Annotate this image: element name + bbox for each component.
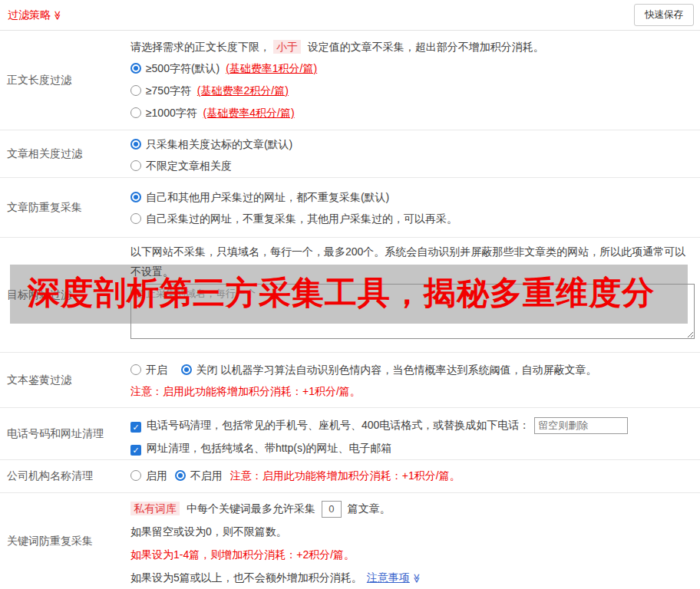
keyword-dedup-cost-note: 如果设为1-4篇，则增加积分消耗：+2积分/篇。 bbox=[130, 543, 695, 566]
radio-option-disable[interactable]: 关闭 bbox=[181, 364, 221, 376]
radio-option-enable[interactable]: 启用 bbox=[130, 469, 167, 483]
radio-option-global-dedup[interactable]: 自己和其他用户采集过的网址，都不重复采集(默认) bbox=[130, 186, 695, 208]
row-label: 公司机构名称清理 bbox=[0, 460, 130, 492]
radio-selected-icon[interactable] bbox=[130, 139, 141, 150]
page-header: 过滤策略 ≫ 快速保存 bbox=[0, 0, 700, 31]
row-content: 自己和其他用户采集过的网址，都不重复采集(默认) 自己采集过的网址，不重复采集，… bbox=[130, 178, 700, 237]
radio-selected-icon[interactable] bbox=[130, 63, 141, 74]
radio-selected-icon[interactable] bbox=[175, 470, 186, 481]
row-label: 文章相关度过滤 bbox=[0, 130, 130, 177]
radio-option-1000-chars[interactable]: ≥1000字符 (基础费率4积分/篇) bbox=[130, 102, 695, 124]
radio-unselected-icon[interactable] bbox=[130, 107, 141, 118]
row-content: 请选择需求的正文长度下限， 小于 设定值的文章不采集，超出部分不增加积分消耗。 … bbox=[130, 31, 700, 130]
row-keyword-dedup: 关键词防重复采集 私有词库 中每个关键词最多允许采集 篇文章。 如果留空或设为0… bbox=[0, 493, 700, 589]
site-filter-description: 以下网站不采集，只填域名，每行一个，最多200个。系统会自动识别并屏蔽那些非文章… bbox=[130, 242, 695, 281]
row-label: 正文长度过滤 bbox=[0, 31, 130, 130]
row-dedup-filter: 文章防重复采集 自己和其他用户采集过的网址，都不重复采集(默认) 自己采集过的网… bbox=[0, 178, 700, 238]
radio-unselected-icon[interactable] bbox=[130, 213, 141, 224]
radio-option-no-relevance-limit[interactable]: 不限定文章相关度 bbox=[130, 155, 695, 176]
filter-strategy-page: 过滤策略 ≫ 快速保存 正文长度过滤 请选择需求的正文长度下限， 小于 设定值的… bbox=[0, 0, 700, 589]
row-site-filter: 目标网站过滤 以下网站不采集，只填域名，每行一个，最多200个。系统会自动识别并… bbox=[0, 238, 700, 353]
row-label: 文章防重复采集 bbox=[0, 178, 130, 237]
keyword-dedup-note-zero: 如果留空或设为0，则不限篇数。 bbox=[130, 520, 695, 543]
checkbox-phone-clean[interactable]: ✓ 电话号码清理，包括常见的手机号、座机号、400电话格式，或替换成如下电话： bbox=[130, 419, 533, 431]
double-down-chevron-icon: ≫ bbox=[412, 574, 421, 584]
row-content: 只采集相关度达标的文章(默认) 不限定文章相关度 bbox=[130, 130, 700, 177]
radio-unselected-icon[interactable] bbox=[130, 160, 141, 171]
row-label: 目标网站过滤 bbox=[0, 238, 130, 352]
row-relevance-filter: 文章相关度过滤 只采集相关度达标的文章(默认) 不限定文章相关度 bbox=[0, 130, 700, 178]
radio-option-disable[interactable]: 不启用 bbox=[175, 469, 223, 483]
private-thesaurus-highlight: 私有词库 bbox=[130, 502, 180, 515]
radio-option-enable[interactable]: 开启 bbox=[130, 364, 170, 376]
radio-selected-icon[interactable] bbox=[181, 364, 192, 375]
notice-link[interactable]: 注意事项≫ bbox=[367, 571, 422, 584]
fee-note: (基础费率1积分/篇) bbox=[226, 62, 317, 74]
row-content: 私有词库 中每个关键词最多允许采集 篇文章。 如果留空或设为0，则不限篇数。 如… bbox=[130, 493, 700, 589]
radio-unselected-icon[interactable] bbox=[130, 85, 141, 96]
fee-note: (基础费率2积分/篇) bbox=[197, 84, 289, 97]
less-than-highlight: 小于 bbox=[273, 40, 301, 54]
double-down-chevron-icon: ≫ bbox=[53, 10, 62, 20]
row-content: 以下网站不采集，只填域名，每行一个，最多200个。系统会自动识别并屏蔽那些非文章… bbox=[130, 238, 700, 352]
radio-option-500-chars[interactable]: ≥500字符(默认) (基础费率1积分/篇) bbox=[130, 58, 695, 80]
page-title: 过滤策略 bbox=[8, 8, 51, 22]
company-clean-cost-note: 注意：启用此功能将增加积分消耗：+1积分/篇。 bbox=[230, 469, 461, 483]
radio-option-750-chars[interactable]: ≥750字符 (基础费率2积分/篇) bbox=[130, 80, 695, 102]
row-label: 文本鉴黄过滤 bbox=[0, 353, 130, 407]
row-content: 开启 关闭 以机器学习算法自动识别色情内容，当色情概率达到系统阈值，自动屏蔽文章… bbox=[130, 353, 700, 407]
row-phone-url-clean: 电话号码和网址清理 ✓ 电话号码清理，包括常见的手机号、座机号、400电话格式，… bbox=[0, 408, 700, 460]
row-length-filter: 正文长度过滤 请选择需求的正文长度下限， 小于 设定值的文章不采集，超出部分不增… bbox=[0, 31, 700, 130]
radio-unselected-icon[interactable] bbox=[130, 470, 141, 481]
length-filter-description: 请选择需求的正文长度下限， 小于 设定值的文章不采集，超出部分不增加积分消耗。 bbox=[130, 36, 695, 58]
radio-unselected-icon[interactable] bbox=[130, 364, 141, 375]
keyword-dedup-note-five: 如果设为5篇或以上，也不会额外增加积分消耗。 bbox=[130, 571, 362, 584]
row-porn-filter: 文本鉴黄过滤 开启 关闭 以机器学习算法自动识别色情内容，当色情概率达到系统阈值… bbox=[0, 353, 700, 408]
section-title-toggle[interactable]: 过滤策略 ≫ bbox=[8, 8, 63, 22]
row-company-clean: 公司机构名称清理 启用 不启用 注意：启用此功能将增加积分消耗：+1积分/篇。 bbox=[0, 460, 700, 493]
row-label: 关键词防重复采集 bbox=[0, 493, 130, 589]
radio-selected-icon[interactable] bbox=[130, 192, 141, 202]
checkbox-checked-icon[interactable]: ✓ bbox=[130, 445, 141, 456]
row-content: ✓ 电话号码清理，包括常见的手机号、座机号、400电话格式，或替换成如下电话： … bbox=[130, 408, 700, 459]
porn-filter-description: 以机器学习算法自动识别色情内容，当色情概率达到系统阈值，自动屏蔽文章。 bbox=[220, 364, 596, 376]
blocked-sites-textarea[interactable] bbox=[130, 284, 695, 339]
fee-note: (基础费率4积分/篇) bbox=[203, 107, 295, 119]
max-articles-count-input[interactable] bbox=[322, 501, 342, 518]
checkbox-url-clean[interactable]: ✓ 网址清理，包括纯域名、带http(s)的网址、电子邮箱 bbox=[130, 436, 695, 459]
row-label: 电话号码和网址清理 bbox=[0, 408, 130, 459]
row-content: 启用 不启用 注意：启用此功能将增加积分消耗：+1积分/篇。 bbox=[130, 460, 700, 492]
radio-option-relevant-only[interactable]: 只采集相关度达标的文章(默认) bbox=[130, 133, 695, 155]
radio-option-own-dedup[interactable]: 自己采集过的网址，不重复采集，其他用户采集过的，可以再采。 bbox=[130, 208, 695, 229]
checkbox-checked-icon[interactable]: ✓ bbox=[130, 422, 141, 433]
porn-filter-cost-note: 注意：启用此功能将增加积分消耗：+1积分/篇。 bbox=[130, 380, 695, 402]
replacement-phone-input[interactable] bbox=[534, 417, 628, 434]
quick-save-button[interactable]: 快速保存 bbox=[634, 4, 694, 26]
